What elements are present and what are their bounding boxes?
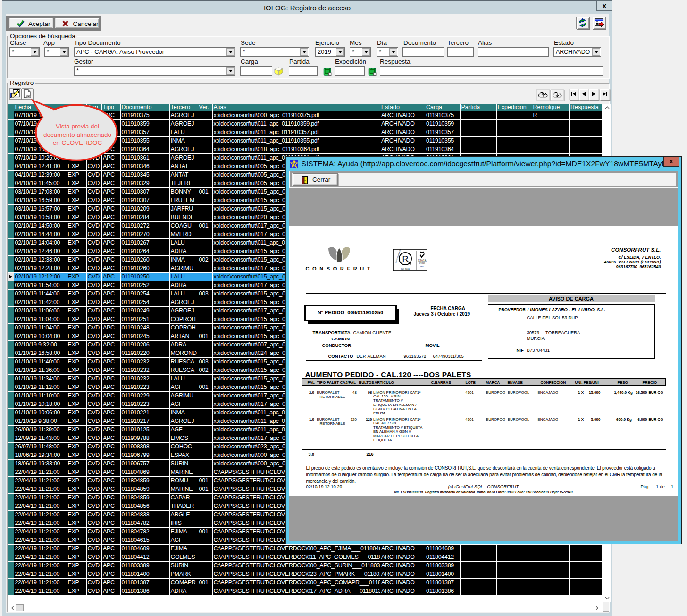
svg-text:001: 001 <box>420 265 424 268</box>
svg-text:Vista previa del: Vista previa del <box>56 123 99 130</box>
svg-text:en CLOVERDOC: en CLOVERDOC <box>53 139 102 146</box>
svg-text:SYSTEMS: SYSTEMS <box>419 262 425 264</box>
svg-text:ISO 9001: ISO 9001 <box>401 268 410 270</box>
svg-text:documento almacenado: documento almacenado <box>43 131 111 138</box>
svg-text:U K A S: U K A S <box>418 258 427 261</box>
svg-text:R: R <box>402 254 409 264</box>
